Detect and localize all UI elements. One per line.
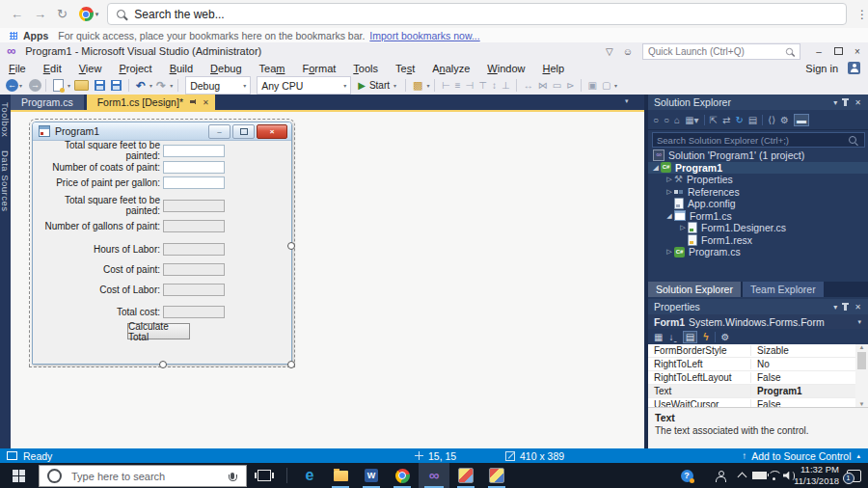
pin-icon[interactable] (190, 98, 197, 106)
taskbar-visual-studio-button[interactable]: ∞ (419, 463, 449, 488)
collapsed-icon[interactable]: ▷ (665, 176, 674, 183)
events-icon[interactable]: ϟ (703, 332, 708, 342)
taskbar-word-button[interactable]: W (357, 463, 386, 488)
tab-form1-design[interactable]: Form1.cs [Design]* ✕ (87, 95, 215, 110)
tray-overflow-button[interactable] (733, 463, 750, 488)
scroll-up-icon[interactable]: ▲ (859, 344, 865, 350)
chevron-down-icon[interactable]: ▾ (833, 98, 837, 107)
expanded-icon[interactable]: ◢ (665, 212, 674, 220)
tree-item-properties[interactable]: ▷ ⚒ Properties (648, 174, 868, 186)
chevron-down-icon[interactable]: ▾ (95, 11, 99, 18)
menu-team[interactable]: Team (251, 63, 294, 74)
tree-item-program-cs[interactable]: ▷ C# Program.cs (648, 246, 868, 258)
textbox-gallons-output[interactable] (163, 220, 225, 232)
close-tab-icon[interactable]: ✕ (203, 98, 209, 107)
sign-in-link[interactable]: Sign in (805, 63, 838, 74)
tree-item-form1-designer[interactable]: ▷ Form1.Designer.cs (648, 222, 868, 234)
user-avatar-icon[interactable] (848, 62, 860, 74)
menu-file[interactable]: File (0, 63, 35, 74)
import-bookmarks-link[interactable]: Import bookmarks now... (369, 30, 479, 41)
menu-build[interactable]: Build (161, 63, 202, 74)
menu-format[interactable]: Format (293, 63, 344, 74)
menu-analyze[interactable]: Analyze (423, 63, 478, 74)
navigate-back-icon[interactable]: ← (6, 79, 18, 92)
tree-item-form1-resx[interactable]: Form1.resx (648, 234, 868, 247)
taskbar-search-input[interactable] (69, 470, 231, 483)
menu-test[interactable]: Test (387, 63, 423, 74)
taskbar-explorer-button[interactable] (326, 463, 355, 488)
nav-forward-icon[interactable]: ○ (664, 115, 669, 125)
browser-reload-icon[interactable]: ↻ (57, 7, 68, 21)
new-project-icon[interactable] (53, 79, 64, 92)
collapsed-icon[interactable]: ▷ (665, 188, 674, 196)
chrome-logo-icon[interactable] (79, 7, 94, 21)
menu-project[interactable]: Project (110, 63, 160, 74)
textbox-coats-input[interactable] (163, 161, 225, 174)
collapsed-icon[interactable]: ▷ (678, 224, 688, 231)
navigate-forward-icon[interactable]: → (29, 79, 41, 92)
platform-dropdown[interactable]: Any CPU ▾ (257, 76, 351, 95)
textbox-sqft-output[interactable] (163, 200, 225, 212)
menu-window[interactable]: Window (478, 63, 533, 74)
pin-icon[interactable] (844, 303, 847, 311)
taskbar-chrome-button[interactable] (388, 463, 417, 488)
properties-object-selector[interactable]: Form1 System.Windows.Forms.Form ▾ (648, 314, 868, 329)
refresh-icon[interactable]: ↻ (735, 115, 743, 125)
view-code-icon[interactable]: ⟨⟩ (768, 115, 775, 125)
expanded-icon[interactable]: ◢ (651, 164, 661, 172)
properties-scrollbar[interactable]: ▲ ▼ (855, 344, 868, 407)
properties-icon[interactable]: ⚙ (780, 115, 789, 125)
start-debug-button[interactable]: ▶ Start ▾ (358, 80, 397, 91)
textbox-sqft-input[interactable] (163, 145, 225, 157)
scroll-thumb[interactable] (857, 352, 866, 369)
nav-back-icon[interactable]: ○ (653, 115, 659, 125)
tab-team-explorer[interactable]: Team Explorer (743, 282, 824, 297)
redo-icon[interactable]: ↷ (156, 79, 166, 93)
menu-debug[interactable]: Debug (202, 63, 250, 74)
pin-icon[interactable] (844, 98, 847, 106)
sync-icon[interactable]: ⇄ (722, 115, 730, 125)
alphabetical-icon[interactable]: ↓ˍ (668, 332, 676, 342)
taskbar-photos-2-button[interactable] (482, 463, 511, 488)
toolbar-overflow-icon[interactable]: ▾ (426, 82, 429, 89)
property-row[interactable]: RightToLeft No (648, 358, 868, 371)
textbox-total-cost-output[interactable] (163, 306, 225, 318)
chevron-down-icon[interactable]: ▾ (833, 303, 837, 312)
categorized-icon[interactable]: ▦ (654, 332, 663, 342)
resize-handle-right[interactable] (287, 242, 295, 250)
menu-tools[interactable]: Tools (344, 63, 387, 74)
collapsed-icon[interactable]: ▷ (665, 248, 674, 256)
close-icon[interactable]: ✕ (854, 98, 861, 107)
save-all-icon[interactable] (111, 80, 122, 91)
apps-grid-icon[interactable] (10, 32, 17, 40)
browser-search-input[interactable] (132, 7, 846, 22)
textbox-hours-output[interactable] (163, 243, 225, 256)
home-icon[interactable]: ⌂ (674, 115, 680, 125)
tab-program-cs[interactable]: Program.cs (11, 95, 84, 110)
switch-views-icon[interactable]: ▦▾ (685, 115, 698, 125)
browser-back-icon[interactable]: ← (11, 7, 23, 21)
solution-explorer-search[interactable]: Search Solution Explorer (Ctrl+;) (652, 132, 865, 148)
feedback-icon[interactable]: ☺ (623, 46, 633, 57)
tab-solution-explorer[interactable]: Solution Explorer (648, 282, 741, 297)
add-to-source-control-button[interactable]: ↑ Add to Source Control ▴ (742, 448, 860, 463)
resize-handle-corner[interactable] (287, 361, 295, 368)
tree-item-app-config[interactable]: App.config (648, 198, 868, 210)
taskbar-photos-button[interactable] (451, 463, 480, 488)
action-center-button[interactable]: 1 (841, 463, 866, 488)
taskbar-edge-button[interactable]: e (295, 463, 324, 488)
browser-menu-icon[interactable]: ⋮ (856, 8, 868, 21)
save-icon[interactable] (95, 80, 105, 91)
tree-item-references[interactable]: ▷ References (648, 186, 868, 199)
resize-handle-bottom[interactable] (159, 361, 167, 368)
menu-view[interactable]: View (70, 63, 111, 74)
property-pages-icon[interactable]: ⚙ (721, 332, 730, 342)
sidebar-tab-data-sources[interactable]: Data Sources (0, 150, 11, 212)
restore-button[interactable] (829, 44, 847, 58)
tree-item-project[interactable]: ◢ C# Program1 (648, 162, 868, 175)
tray-people-button[interactable] (710, 463, 731, 488)
task-view-button[interactable] (251, 463, 278, 488)
find-icon[interactable]: ▩ (413, 79, 422, 92)
quick-launch-box[interactable]: Quick Launch (Ctrl+Q) (642, 43, 800, 60)
filter-icon[interactable]: ▽ (606, 46, 613, 57)
